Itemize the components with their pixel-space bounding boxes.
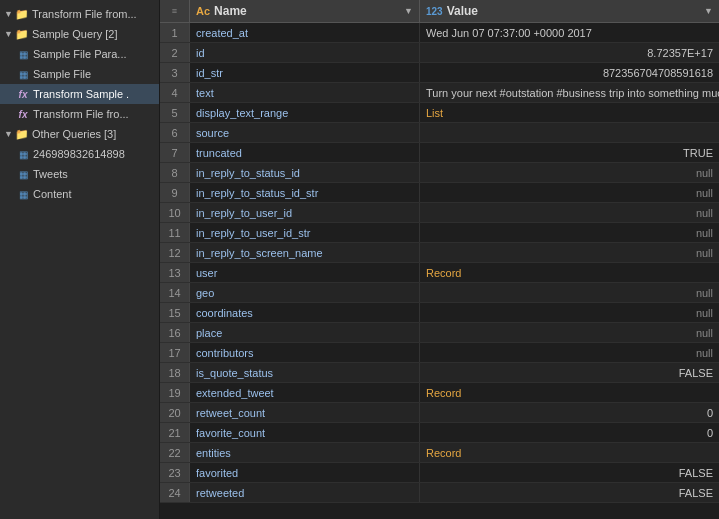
sidebar-item-transform-file[interactable]: ▼📁Transform File from... (0, 4, 159, 24)
field-value: 8.72357E+17 (420, 43, 719, 62)
sidebar-item-sample-query[interactable]: ▼📁Sample Query [2] (0, 24, 159, 44)
field-name: user (190, 263, 420, 282)
row-number: 12 (160, 243, 190, 262)
row-number: 3 (160, 63, 190, 82)
row-number: 2 (160, 43, 190, 62)
row-number: 10 (160, 203, 190, 222)
field-name: in_reply_to_user_id (190, 203, 420, 222)
fx-icon: fx (16, 87, 30, 101)
table-row[interactable]: 21 favorite_count 0 (160, 423, 719, 443)
table-row[interactable]: 23 favorited FALSE (160, 463, 719, 483)
grid-icon: ▦ (16, 187, 30, 201)
row-number: 1 (160, 23, 190, 42)
value-sort-icon: ▼ (704, 6, 713, 16)
table-row[interactable]: 22 entities Record (160, 443, 719, 463)
table-icon: ▦ (16, 67, 30, 81)
row-number: 7 (160, 143, 190, 162)
field-value: Record (420, 383, 719, 402)
sidebar-label: Transform File from... (32, 8, 137, 20)
sidebar-label: Sample File Para... (33, 48, 127, 60)
row-number: 21 (160, 423, 190, 442)
field-name: retweet_count (190, 403, 420, 422)
grid-icon: ▦ (16, 167, 30, 181)
sidebar-label: 246989832614898 (33, 148, 125, 160)
table-row[interactable]: 3 id_str 872356704708591618 (160, 63, 719, 83)
row-number: 13 (160, 263, 190, 282)
field-name: extended_tweet (190, 383, 420, 402)
field-name: retweeted (190, 483, 420, 502)
row-number: 17 (160, 343, 190, 362)
table-row[interactable]: 12 in_reply_to_screen_name null (160, 243, 719, 263)
table-row[interactable]: 10 in_reply_to_user_id null (160, 203, 719, 223)
field-value (420, 123, 719, 142)
name-col-label: Name (214, 4, 247, 18)
table-row[interactable]: 19 extended_tweet Record (160, 383, 719, 403)
sidebar-item-other-queries[interactable]: ▼📁Other Queries [3] (0, 124, 159, 144)
field-name: geo (190, 283, 420, 302)
field-value: null (420, 283, 719, 302)
row-number: 4 (160, 83, 190, 102)
field-value: 0 (420, 403, 719, 422)
col-value-header[interactable]: 123 Value ▼ (420, 0, 719, 22)
grid-icon: ▦ (16, 147, 30, 161)
field-name: place (190, 323, 420, 342)
sidebar-label: Transform Sample . (33, 88, 129, 100)
field-name: id_str (190, 63, 420, 82)
row-number: 6 (160, 123, 190, 142)
sidebar-label: Content (33, 188, 72, 200)
table-row[interactable]: 2 id 8.72357E+17 (160, 43, 719, 63)
table-row[interactable]: 7 truncated TRUE (160, 143, 719, 163)
folder-icon: 📁 (15, 27, 29, 41)
table-row[interactable]: 15 coordinates null (160, 303, 719, 323)
sidebar-item-sample-file-para[interactable]: ▦Sample File Para... (0, 44, 159, 64)
table-row[interactable]: 18 is_quote_status FALSE (160, 363, 719, 383)
table-row[interactable]: 14 geo null (160, 283, 719, 303)
value-col-label: Value (447, 4, 478, 18)
field-name: contributors (190, 343, 420, 362)
field-name: text (190, 83, 420, 102)
sidebar-item-sample-file[interactable]: ▦Sample File (0, 64, 159, 84)
num-icon: 123 (426, 6, 443, 17)
field-value: null (420, 343, 719, 362)
field-value: null (420, 303, 719, 322)
field-name: truncated (190, 143, 420, 162)
table-row[interactable]: 17 contributors null (160, 343, 719, 363)
table-row[interactable]: 16 place null (160, 323, 719, 343)
sidebar-item-transform-file-fro[interactable]: fxTransform File fro... (0, 104, 159, 124)
table-row[interactable]: 6 source (160, 123, 719, 143)
field-value: FALSE (420, 363, 719, 382)
sidebar-item-number-row[interactable]: ▦246989832614898 (0, 144, 159, 164)
table-row[interactable]: 5 display_text_range List (160, 103, 719, 123)
table-row[interactable]: 1 created_at Wed Jun 07 07:37:00 +0000 2… (160, 23, 719, 43)
table-row[interactable]: 11 in_reply_to_user_id_str null (160, 223, 719, 243)
sidebar-item-tweets[interactable]: ▦Tweets (0, 164, 159, 184)
row-number: 19 (160, 383, 190, 402)
table-body: 1 created_at Wed Jun 07 07:37:00 +0000 2… (160, 23, 719, 519)
row-number: 20 (160, 403, 190, 422)
row-number: 16 (160, 323, 190, 342)
sidebar-label: Sample Query [2] (32, 28, 118, 40)
col-name-header[interactable]: Ac Name ▼ (190, 0, 420, 22)
table-row[interactable]: 13 user Record (160, 263, 719, 283)
sidebar-item-content[interactable]: ▦Content (0, 184, 159, 204)
sidebar-label: Tweets (33, 168, 68, 180)
field-value: FALSE (420, 463, 719, 482)
field-value: Turn your next #outstation #business tri… (420, 83, 719, 102)
main-content: ≡ Ac Name ▼ 123 Value ▼ 1 created_at Wed… (160, 0, 719, 519)
field-name: entities (190, 443, 420, 462)
row-number: 15 (160, 303, 190, 322)
sidebar-item-transform-sample[interactable]: fxTransform Sample . (0, 84, 159, 104)
table-row[interactable]: 8 in_reply_to_status_id null (160, 163, 719, 183)
expand-arrow: ▼ (4, 9, 13, 19)
row-number: 18 (160, 363, 190, 382)
table-row[interactable]: 24 retweeted FALSE (160, 483, 719, 503)
field-value: Wed Jun 07 07:37:00 +0000 2017 (420, 23, 719, 42)
table-row[interactable]: 20 retweet_count 0 (160, 403, 719, 423)
field-value: TRUE (420, 143, 719, 162)
row-number: 11 (160, 223, 190, 242)
table-row[interactable]: 9 in_reply_to_status_id_str null (160, 183, 719, 203)
field-value: 872356704708591618 (420, 63, 719, 82)
table-row[interactable]: 4 text Turn your next #outstation #busin… (160, 83, 719, 103)
row-num-icon: ≡ (172, 6, 177, 16)
row-number: 14 (160, 283, 190, 302)
